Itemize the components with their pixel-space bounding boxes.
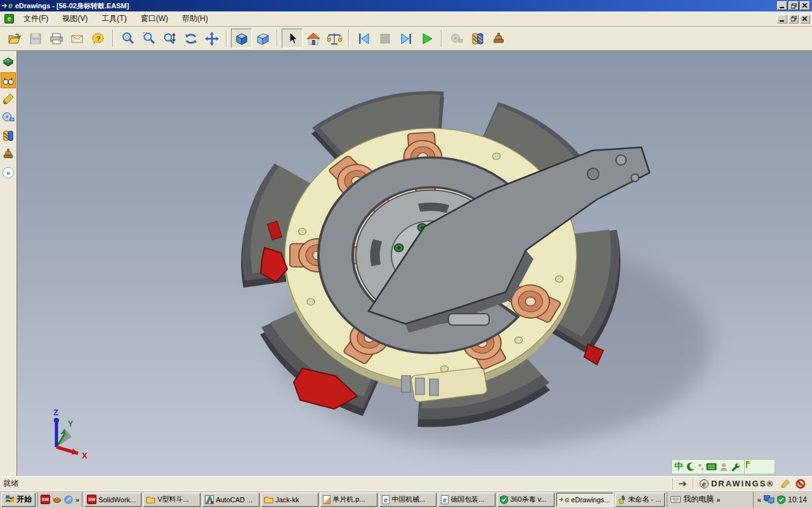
find-binoculars-icon	[2, 75, 15, 86]
restore-button[interactable]	[789, 1, 799, 10]
soft-keyboard-icon[interactable]	[706, 463, 717, 471]
tools-wrench-icon[interactable]	[731, 462, 740, 471]
send-button[interactable]	[67, 29, 88, 48]
select-button[interactable]	[282, 29, 303, 48]
child-close-button[interactable]	[800, 15, 810, 23]
panel-arrow-button[interactable]	[676, 478, 691, 490]
taskbar-button-untitled[interactable]: 未命名 - ...	[615, 493, 665, 507]
model-viewport[interactable]: Y Z X	[17, 51, 812, 476]
main-toolbar: ?	[0, 27, 812, 51]
child-minimize-button[interactable]	[777, 15, 787, 23]
select-arrow-icon	[286, 32, 299, 46]
panel-expand-button[interactable]: »	[3, 167, 14, 178]
solidworks-icon[interactable]: SW	[41, 495, 50, 504]
edrawings-app-icon: e	[2, 1, 13, 10]
stamp-button[interactable]	[488, 29, 509, 48]
disable-markup-button[interactable]	[793, 478, 808, 490]
status-bar: 就绪 e DRAWINGS®	[0, 476, 812, 490]
next-frame-button[interactable]	[395, 29, 416, 48]
taskbar-button-ie-china[interactable]: e 中国机械...	[379, 493, 436, 507]
help-button[interactable]: ?	[88, 29, 108, 48]
taskbar-button-edrawings[interactable]: e eDrawings...	[556, 493, 613, 507]
measure-tape-icon	[450, 32, 464, 45]
toolbar-separator	[277, 30, 278, 47]
system-tray: « 10:14	[753, 492, 811, 507]
minimize-button[interactable]	[777, 1, 787, 10]
pan-button[interactable]	[201, 29, 222, 48]
cross-section-button[interactable]	[467, 29, 488, 48]
zoom-fit-button[interactable]	[117, 29, 138, 48]
stamp-icon	[492, 32, 506, 46]
shield-360-icon[interactable]	[777, 495, 785, 504]
chinese-mode-icon[interactable]: 中	[674, 461, 683, 472]
stamp-side-button[interactable]	[1, 146, 16, 162]
mail-icon[interactable]	[64, 495, 73, 504]
open-button[interactable]	[4, 29, 25, 48]
markup-button[interactable]	[1, 91, 16, 107]
tray-clock[interactable]: 10:14	[788, 495, 807, 504]
taskbar-button-autocad[interactable]: AutoCAD ...	[202, 493, 259, 507]
taskbar-button-folder-jack[interactable]: Jack-kk	[261, 493, 318, 507]
menu-view[interactable]: 视图(V)	[55, 11, 95, 26]
toolbar-separator	[112, 30, 114, 47]
tray-collapse-button[interactable]: «	[757, 496, 761, 504]
taskbar-button-ie-germany[interactable]: e 德国包装...	[438, 493, 495, 507]
shaded-button[interactable]	[231, 29, 252, 48]
stop-button[interactable]	[374, 29, 395, 48]
taskbar-button-solidworks[interactable]: SW SolidWork...	[84, 493, 141, 507]
quick-launch-overflow-button[interactable]: »	[75, 496, 79, 504]
send-email-icon	[70, 32, 84, 45]
components-button[interactable]	[1, 54, 16, 70]
menu-bar: e 文件(F) 视图(V) 工具(T) 窗口(W) 帮助(H)	[0, 11, 812, 27]
media-icon[interactable]	[53, 496, 62, 504]
help-icon: ?	[92, 32, 105, 45]
find-button[interactable]	[1, 72, 16, 88]
taskbar-button-360[interactable]: 360杀毒 v...	[497, 493, 554, 507]
cross-section-side-button[interactable]	[1, 128, 16, 144]
measure-side-button[interactable]	[1, 109, 16, 125]
save-button[interactable]	[25, 29, 46, 48]
quick-launch: SW »	[37, 492, 82, 507]
home-icon	[306, 32, 321, 46]
markup-status-button[interactable]	[778, 478, 793, 490]
measure-button[interactable]	[446, 29, 467, 48]
edrawings-icon: e	[559, 495, 569, 504]
menu-tools[interactable]: 工具(T)	[95, 11, 133, 26]
zoom-area-icon	[142, 32, 156, 46]
user-icon[interactable]	[720, 463, 728, 471]
child-restore-button[interactable]	[789, 15, 799, 23]
start-button[interactable]: 开始	[1, 493, 36, 507]
home-view-button[interactable]	[303, 29, 324, 48]
taskbar-button-folder-v[interactable]: V型料斗...	[143, 493, 200, 507]
close-button[interactable]	[800, 1, 810, 10]
fullwidth-moon-icon[interactable]	[686, 462, 695, 471]
desktop-toolbar-overflow-button[interactable]: »	[716, 496, 720, 504]
start-label: 开始	[16, 494, 32, 505]
language-band-icon[interactable]	[744, 459, 750, 474]
desktop-toolbar[interactable]: 我的电脑 »	[667, 492, 723, 507]
menu-window[interactable]: 窗口(W)	[134, 11, 175, 26]
stop-icon	[379, 32, 391, 45]
mass-properties-button[interactable]	[324, 29, 344, 48]
play-button[interactable]	[416, 29, 437, 48]
menu-help[interactable]: 帮助(H)	[175, 11, 215, 26]
print-button[interactable]	[46, 29, 67, 48]
punctuation-icon[interactable]: °,	[698, 463, 703, 471]
ie-document-icon: e	[441, 495, 449, 504]
menu-file[interactable]: 文件(F)	[16, 11, 55, 26]
network-icon[interactable]	[764, 495, 775, 504]
taskbar: 开始 SW » SW SolidWork... V型料斗... AutoCAD …	[0, 490, 812, 508]
rotate-button[interactable]	[180, 29, 201, 48]
taskbar-button-mcu-doc[interactable]: 单片机.p...	[320, 493, 377, 507]
zoom-in-out-button[interactable]	[159, 29, 180, 48]
previous-frame-button[interactable]	[353, 29, 374, 48]
paint-icon	[618, 495, 626, 504]
hidden-lines-button[interactable]	[252, 29, 273, 48]
edrawings-document-icon[interactable]: e	[4, 14, 14, 23]
question-glyph: ?	[96, 34, 100, 42]
toolbar-separator	[348, 30, 350, 47]
arrow-into-icon	[2, 2, 8, 10]
measure-tape-icon	[1, 111, 15, 124]
zoom-area-button[interactable]	[138, 29, 159, 48]
windows-logo-icon	[5, 495, 15, 504]
